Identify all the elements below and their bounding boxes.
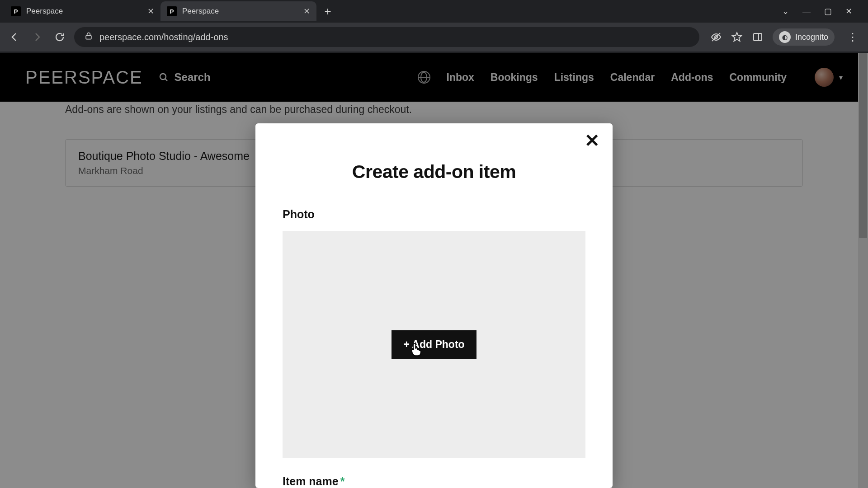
item-name-label-text: Item name — [283, 475, 339, 488]
close-icon[interactable]: ✕ — [303, 6, 310, 16]
tab-title: Peerspace — [182, 7, 298, 16]
minimize-icon[interactable]: — — [802, 6, 811, 16]
bookmark-star-icon[interactable] — [731, 31, 743, 43]
address-bar[interactable]: peerspace.com/hosting/add-ons — [74, 27, 699, 47]
chrome-actions: ◐ Incognito ⋮ — [706, 28, 862, 46]
tab-favicon: P — [167, 6, 177, 16]
chevron-down-icon[interactable]: ⌄ — [782, 6, 789, 16]
tab-favicon: P — [11, 6, 21, 16]
tab-peerspace-1[interactable]: P Peerspace ✕ — [5, 1, 160, 21]
create-addon-modal: ✕ Create add-on item Photo + Add Photo I… — [255, 123, 613, 488]
close-icon[interactable]: ✕ — [147, 6, 154, 16]
window-controls: ⌄ — ▢ ✕ — [782, 6, 863, 16]
svg-marker-3 — [732, 33, 741, 41]
required-mark: * — [340, 475, 345, 488]
tab-title: Peerspace — [26, 7, 142, 16]
modal-title: Create add-on item — [283, 161, 585, 183]
photo-label: Photo — [283, 208, 585, 221]
browser-toolbar: peerspace.com/hosting/add-ons ◐ Incognit… — [0, 23, 868, 52]
svg-rect-4 — [754, 33, 762, 41]
maximize-icon[interactable]: ▢ — [824, 6, 832, 16]
tab-strip: P Peerspace ✕ P Peerspace ✕ + ⌄ — ▢ ✕ — [0, 0, 868, 23]
incognito-label: Incognito — [795, 33, 828, 42]
lock-icon — [84, 32, 93, 43]
eye-off-icon[interactable] — [710, 31, 722, 43]
forward-button[interactable] — [29, 29, 45, 45]
add-photo-button[interactable]: + Add Photo — [392, 330, 476, 359]
new-tab-button[interactable]: + — [319, 3, 336, 20]
close-icon[interactable]: ✕ — [585, 131, 600, 150]
item-name-label: Item name* — [283, 475, 585, 488]
close-window-icon[interactable]: ✕ — [845, 6, 852, 16]
svg-rect-0 — [86, 35, 91, 39]
kebab-menu-icon[interactable]: ⋮ — [844, 31, 862, 43]
reload-button[interactable] — [52, 29, 68, 45]
photo-dropzone[interactable]: + Add Photo — [283, 231, 585, 458]
incognito-icon: ◐ — [779, 31, 791, 43]
side-panel-icon[interactable] — [752, 31, 764, 43]
incognito-badge[interactable]: ◐ Incognito — [773, 28, 835, 46]
url-text: peerspace.com/hosting/add-ons — [99, 32, 689, 42]
tab-peerspace-2[interactable]: P Peerspace ✕ — [160, 1, 316, 21]
browser-chrome: P Peerspace ✕ P Peerspace ✕ + ⌄ — ▢ ✕ — [0, 0, 868, 53]
back-button[interactable] — [6, 29, 23, 45]
